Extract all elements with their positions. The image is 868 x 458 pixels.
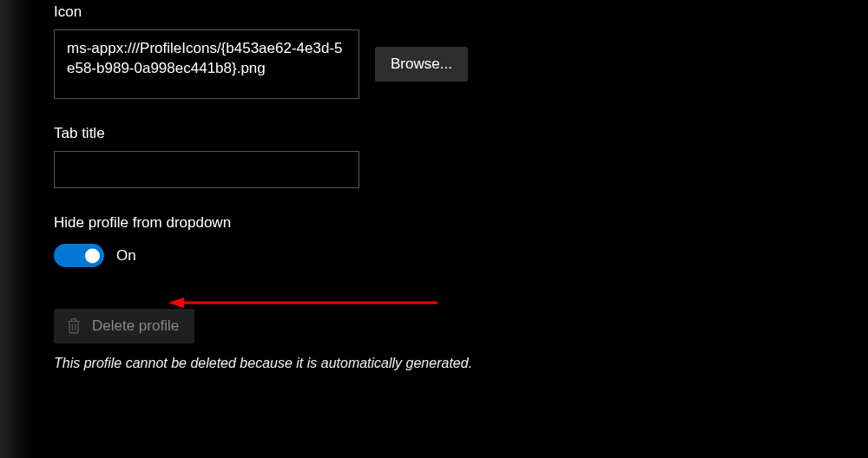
delete-profile-label: Delete profile <box>92 317 179 335</box>
hide-profile-toggle-row: On <box>54 244 868 267</box>
hide-profile-toggle-state: On <box>116 247 136 265</box>
icon-row: ms-appx:///ProfileIcons/{b453ae62-4e3d-5… <box>54 29 868 99</box>
tab-title-field-group: Tab title <box>54 125 868 188</box>
icon-label: Icon <box>54 3 868 21</box>
settings-content: Icon ms-appx:///ProfileIcons/{b453ae62-4… <box>54 0 868 371</box>
icon-path-input[interactable]: ms-appx:///ProfileIcons/{b453ae62-4e3d-5… <box>54 29 359 99</box>
icon-field-group: Icon ms-appx:///ProfileIcons/{b453ae62-4… <box>54 3 868 99</box>
tab-title-label: Tab title <box>54 125 868 142</box>
delete-profile-button: Delete profile <box>54 309 194 344</box>
delete-profile-note: This profile cannot be deleted because i… <box>54 356 868 371</box>
tab-title-input[interactable] <box>54 151 359 188</box>
trash-icon <box>66 317 82 335</box>
window-left-edge <box>0 0 33 458</box>
hide-profile-toggle[interactable] <box>54 244 104 267</box>
hide-profile-label: Hide profile from dropdown <box>54 214 868 232</box>
toggle-knob <box>85 248 100 263</box>
hide-profile-field-group: Hide profile from dropdown On <box>54 214 868 267</box>
browse-button[interactable]: Browse... <box>375 47 468 82</box>
